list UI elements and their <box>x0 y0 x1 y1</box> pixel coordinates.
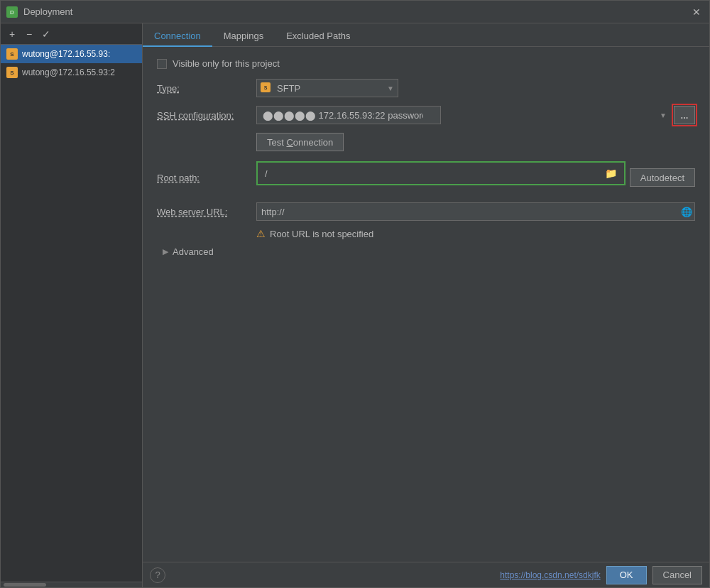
cancel-button[interactable]: Cancel <box>652 566 702 584</box>
type-select-wrapper: S SFTP ▼ <box>256 79 398 97</box>
root-path-label: Root path: <box>157 173 256 183</box>
type-label: Type: <box>157 83 256 94</box>
web-server-row: Web server URL: 🌐 <box>157 202 695 221</box>
sidebar-item-server2[interactable]: S wutong@172.16.55.93:2 <box>1 63 142 82</box>
title-bar: D Deployment ✕ <box>1 1 709 23</box>
tab-connection[interactable]: Connection <box>143 26 212 47</box>
check-button[interactable]: ✓ <box>39 27 53 41</box>
type-select[interactable]: SFTP <box>256 79 398 97</box>
ssh-config-arrow: ▼ <box>660 111 667 119</box>
root-path-input[interactable] <box>262 167 603 180</box>
test-connection-button[interactable]: Test Connection <box>256 133 344 151</box>
right-panel: Connection Mappings Excluded Paths Visib… <box>143 23 709 587</box>
sidebar-scrollbar[interactable] <box>1 582 142 587</box>
bottom-bar: ? https://blog.csdn.net/sdkjfk OK Cancel <box>143 562 709 587</box>
sidebar: + − ✓ S wutong@172.16.55.93: S wutong@17… <box>1 23 143 587</box>
ssh-config-select[interactable]: ⬤⬤⬤⬤⬤ 172.16.55.93:22 password <box>256 106 441 124</box>
web-server-input-wrap: 🌐 <box>256 202 695 221</box>
form-area: Visible only for this project Type: S SF… <box>143 47 709 562</box>
sidebar-items: S wutong@172.16.55.93: S wutong@172.16.5… <box>1 45 142 582</box>
advanced-row[interactable]: ▶ Advanced <box>157 246 695 257</box>
sidebar-toolbar: + − ✓ <box>1 23 142 45</box>
warning-text: Root URL is not specified <box>270 229 373 239</box>
web-server-input[interactable] <box>257 205 679 219</box>
app-icon: D <box>6 6 18 18</box>
root-path-row: 📁 <box>256 161 626 185</box>
sidebar-item-label-1: wutong@172.16.55.93: <box>22 49 110 59</box>
remove-server-button[interactable]: − <box>22 27 36 41</box>
tab-mappings[interactable]: Mappings <box>212 26 275 47</box>
warning-icon: ⚠ <box>256 228 266 239</box>
scrollbar-thumb <box>4 583 46 587</box>
warning-row: ⚠ Root URL is not specified <box>157 228 695 239</box>
tab-excluded-paths[interactable]: Excluded Paths <box>275 26 361 47</box>
test-connection-label: Test Connection <box>267 137 333 148</box>
type-row: Type: S SFTP ▼ <box>157 79 695 97</box>
bottom-right: https://blog.csdn.net/sdkjfk OK Cancel <box>500 566 702 584</box>
sftp-icon-2: S <box>6 67 18 78</box>
advanced-label: Advanced <box>173 246 214 257</box>
svg-text:D: D <box>10 9 14 16</box>
visible-only-checkbox[interactable] <box>157 59 167 69</box>
url-link[interactable]: https://blog.csdn.net/sdkjfk <box>500 570 600 580</box>
ok-button[interactable]: OK <box>606 566 647 584</box>
add-server-button[interactable]: + <box>5 27 19 41</box>
web-url-icon[interactable]: 🌐 <box>679 204 694 219</box>
web-server-label: Web server URL: <box>157 207 256 217</box>
visible-only-row: Visible only for this project <box>157 58 695 69</box>
tab-bar: Connection Mappings Excluded Paths <box>143 23 709 47</box>
window-title: Deployment <box>23 6 689 17</box>
advanced-expand-icon: ▶ <box>163 247 168 256</box>
ssh-config-label: SSH configuration: <box>157 110 256 121</box>
type-input-group: S SFTP ▼ <box>256 79 695 97</box>
ssh-config-row: SSH configuration: ⬤⬤⬤⬤⬤ 172.16.55.93:22… <box>157 106 695 124</box>
ssh-config-input-group: ⬤⬤⬤⬤⬤ 172.16.55.93:22 password ▼ ... <box>256 106 695 124</box>
sidebar-item-label-2: wutong@172.16.55.93:2 <box>22 67 115 77</box>
main-content: + − ✓ S wutong@172.16.55.93: S wutong@17… <box>1 23 709 587</box>
help-button[interactable]: ? <box>150 567 165 583</box>
close-button[interactable]: ✕ <box>689 5 704 19</box>
root-path-section: Root path: 📁 Autodetect <box>157 161 695 194</box>
visible-only-label: Visible only for this project <box>173 58 280 69</box>
ssh-config-select-wrapper: ⬤⬤⬤⬤⬤ 172.16.55.93:22 password ▼ <box>256 106 671 124</box>
folder-icon: 📁 <box>605 168 617 179</box>
test-connection-row: Test Connection <box>157 133 695 151</box>
root-path-folder-button[interactable]: 📁 <box>603 165 620 181</box>
sftp-icon-1: S <box>6 48 18 60</box>
deployment-dialog: D Deployment ✕ + − ✓ S wutong@172.16.55.… <box>0 0 710 588</box>
sidebar-item-server1[interactable]: S wutong@172.16.55.93: <box>1 45 142 63</box>
autodetect-button[interactable]: Autodetect <box>630 168 695 187</box>
ssh-config-browse-button[interactable]: ... <box>674 106 695 124</box>
